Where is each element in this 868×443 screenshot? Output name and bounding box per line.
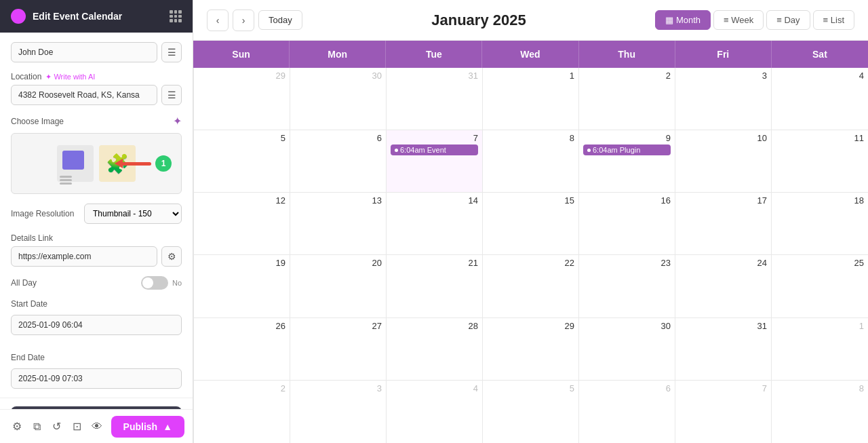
day-cell-2-5[interactable]: 17 bbox=[675, 193, 772, 254]
name-options-button[interactable]: ☰ bbox=[161, 42, 182, 62]
header-mon: Mon bbox=[290, 41, 386, 68]
day-cell-5-2[interactable]: 4 bbox=[387, 381, 483, 443]
day-cell-1-2[interactable]: 76:04am Event bbox=[387, 130, 483, 192]
day-cell-4-4[interactable]: 30 bbox=[579, 318, 675, 380]
day-num-2-2: 14 bbox=[391, 195, 478, 206]
day-cell-5-6[interactable]: 8 bbox=[772, 381, 868, 443]
week-row-3: 19202122232425 bbox=[194, 255, 868, 317]
history-button[interactable]: ↺ bbox=[48, 415, 66, 438]
calendar-nav: ‹ › Today bbox=[207, 9, 302, 31]
header-tue: Tue bbox=[386, 41, 482, 68]
week-view-button[interactable]: ≡ Week bbox=[713, 10, 764, 30]
day-cell-3-0[interactable]: 19 bbox=[194, 255, 290, 317]
day-cell-0-0[interactable]: 29 bbox=[194, 68, 290, 130]
day-cell-2-4[interactable]: 16 bbox=[579, 193, 675, 254]
week-row-2: 12131415161718 bbox=[194, 193, 868, 255]
location-options-button[interactable]: ☰ bbox=[161, 85, 182, 105]
calendar-grid: Sun Mon Tue Wed Thu Fri Sat 293031123456… bbox=[193, 41, 868, 443]
day-cell-1-1[interactable]: 6 bbox=[290, 130, 387, 192]
day-num-0-0: 29 bbox=[198, 71, 285, 81]
event-1-4-0[interactable]: 6:04am Plugin bbox=[583, 145, 671, 155]
start-date-label: Start Date bbox=[11, 299, 182, 309]
day-cell-5-3[interactable]: 5 bbox=[483, 381, 579, 443]
day-cell-3-6[interactable]: 25 bbox=[772, 255, 868, 317]
day-cell-1-0[interactable]: 5 bbox=[194, 130, 290, 192]
publish-label: Publish bbox=[123, 421, 158, 432]
day-cell-4-1[interactable]: 27 bbox=[290, 318, 387, 380]
day-cell-0-4[interactable]: 2 bbox=[579, 68, 675, 130]
day-cell-0-6[interactable]: 4 bbox=[772, 68, 868, 130]
day-cell-1-3[interactable]: 8 bbox=[483, 130, 579, 192]
today-button[interactable]: Today bbox=[258, 10, 302, 30]
week-row-1: 5676:04am Event896:04am Plugin1011 bbox=[194, 130, 868, 193]
day-cell-4-3[interactable]: 29 bbox=[483, 318, 579, 380]
all-day-value: No bbox=[172, 279, 182, 287]
preview-button[interactable]: 👁 bbox=[88, 415, 106, 438]
all-day-switch[interactable] bbox=[141, 276, 168, 290]
day-cell-5-0[interactable]: 2 bbox=[194, 381, 290, 443]
image-preview-area[interactable]: 🧩 1 bbox=[11, 133, 182, 194]
duplicate-button[interactable]: ⊡ bbox=[68, 415, 86, 438]
location-label: Location ✦ Write with AI bbox=[11, 72, 182, 81]
day-cell-1-5[interactable]: 10 bbox=[675, 130, 772, 192]
day-cell-2-3[interactable]: 15 bbox=[483, 193, 579, 254]
settings-button[interactable]: ⚙ bbox=[8, 415, 26, 438]
day-cell-2-2[interactable]: 14 bbox=[387, 193, 483, 254]
day-cell-3-3[interactable]: 22 bbox=[483, 255, 579, 317]
logo-dot bbox=[11, 9, 26, 24]
day-num-4-4: 30 bbox=[583, 321, 671, 331]
start-date-input[interactable] bbox=[11, 315, 182, 335]
grid-icon[interactable] bbox=[170, 10, 182, 22]
day-cell-5-1[interactable]: 3 bbox=[290, 381, 387, 443]
event-1-2-0[interactable]: 6:04am Event bbox=[391, 145, 478, 155]
day-cell-4-6[interactable]: 1 bbox=[772, 318, 868, 380]
details-link-input[interactable] bbox=[11, 246, 157, 267]
day-cell-4-0[interactable]: 26 bbox=[194, 318, 290, 380]
end-date-input[interactable] bbox=[11, 368, 182, 389]
details-link-settings-button[interactable]: ⚙ bbox=[161, 246, 182, 267]
day-num-0-4: 2 bbox=[583, 71, 671, 81]
write-with-ai-link[interactable]: ✦ Write with AI bbox=[45, 73, 95, 81]
day-num-1-2: 7 bbox=[391, 133, 478, 143]
event-text: 6:04am Plugin bbox=[593, 146, 640, 154]
day-cell-0-5[interactable]: 3 bbox=[675, 68, 772, 130]
day-num-3-2: 21 bbox=[391, 258, 478, 268]
list-view-button[interactable]: ≡ List bbox=[813, 10, 854, 30]
day-cell-4-2[interactable]: 28 bbox=[387, 318, 483, 380]
arrow-indicator: 1 bbox=[121, 155, 172, 172]
choose-image-label: Choose Image ✦ bbox=[11, 115, 182, 128]
day-num-1-6: 11 bbox=[776, 133, 864, 143]
day-cell-3-1[interactable]: 20 bbox=[290, 255, 387, 317]
day-num-0-5: 3 bbox=[679, 71, 767, 81]
start-date-row: Start Date bbox=[11, 299, 182, 343]
day-cell-5-5[interactable]: 7 bbox=[675, 381, 772, 443]
day-cell-3-5[interactable]: 24 bbox=[675, 255, 772, 317]
day-cell-1-6[interactable]: 11 bbox=[772, 130, 868, 192]
day-cell-2-0[interactable]: 12 bbox=[194, 193, 290, 254]
day-cell-2-6[interactable]: 18 bbox=[772, 193, 868, 254]
day-num-1-1: 6 bbox=[294, 133, 382, 143]
name-input[interactable] bbox=[11, 42, 157, 62]
day-num-4-3: 29 bbox=[487, 321, 574, 331]
day-cell-3-2[interactable]: 21 bbox=[387, 255, 483, 317]
day-cell-0-2[interactable]: 31 bbox=[387, 68, 483, 130]
calendar-header-row: Sun Mon Tue Wed Thu Fri Sat bbox=[193, 41, 868, 68]
location-field-row: Location ✦ Write with AI ☰ bbox=[11, 72, 182, 105]
day-cell-0-3[interactable]: 1 bbox=[483, 68, 579, 130]
day-cell-3-4[interactable]: 23 bbox=[579, 255, 675, 317]
resolution-select[interactable]: Thumbnail - 150 Medium - 300 Large - 600… bbox=[84, 204, 182, 224]
day-cell-1-4[interactable]: 96:04am Plugin bbox=[579, 130, 675, 192]
layers-button[interactable]: ⧉ bbox=[28, 415, 46, 438]
publish-button[interactable]: Publish ▲ bbox=[111, 416, 184, 438]
day-cell-2-1[interactable]: 13 bbox=[290, 193, 387, 254]
day-num-3-1: 20 bbox=[294, 258, 382, 268]
next-month-button[interactable]: › bbox=[233, 9, 254, 31]
day-cell-0-1[interactable]: 30 bbox=[290, 68, 387, 130]
day-cell-5-4[interactable]: 6 bbox=[579, 381, 675, 443]
day-cell-4-5[interactable]: 31 bbox=[675, 318, 772, 380]
location-input[interactable] bbox=[11, 85, 157, 105]
day-view-button[interactable]: ≡ Day bbox=[766, 10, 810, 30]
all-day-toggle[interactable]: No bbox=[141, 276, 182, 290]
month-view-button[interactable]: ▦ Month bbox=[655, 10, 711, 30]
prev-month-button[interactable]: ‹ bbox=[207, 9, 229, 31]
